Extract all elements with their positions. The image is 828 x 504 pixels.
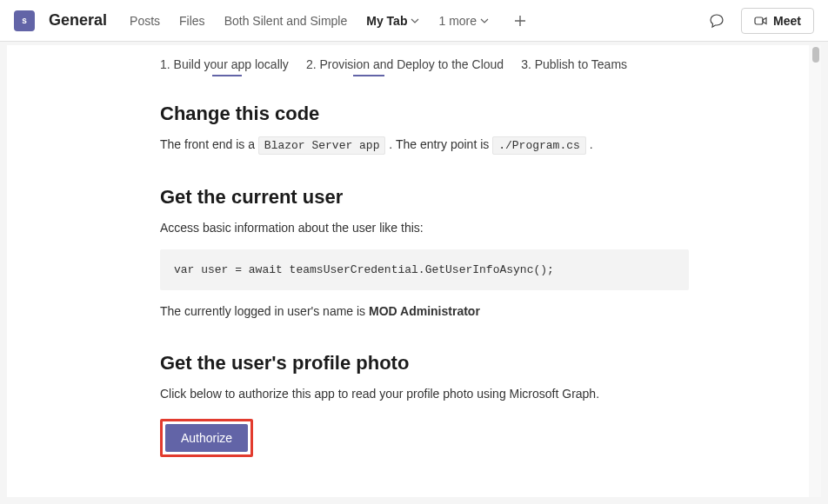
- chevron-down-icon: [480, 17, 489, 25]
- content-wrapper: 1. Build your app locally 2. Provision a…: [0, 42, 828, 504]
- tab-posts[interactable]: Posts: [121, 9, 169, 33]
- steps-row: 1. Build your app locally 2. Provision a…: [160, 45, 689, 71]
- highlight-box: Authorize: [160, 419, 253, 457]
- tab-my-tab-label: My Tab: [366, 14, 407, 28]
- scrollbar-track[interactable]: [809, 45, 821, 497]
- header-left: s General Posts Files Both Silent and Si…: [14, 7, 534, 35]
- scrollbar-thumb[interactable]: [812, 47, 819, 63]
- code-blazor: Blazor Server app: [258, 136, 386, 155]
- channel-title: General: [49, 11, 107, 30]
- tab-content-inner: 1. Build your app locally 2. Provision a…: [7, 45, 703, 492]
- para-access-user: Access basic information about the user …: [160, 219, 689, 237]
- video-icon: [754, 14, 768, 28]
- code-program-cs: ./Program.cs: [492, 136, 586, 155]
- chat-icon: [709, 13, 724, 29]
- logged-in-username: MOD Administrator: [369, 304, 480, 318]
- step-3: 3. Publish to Teams: [521, 57, 627, 71]
- svg-rect-0: [755, 17, 763, 24]
- meet-label: Meet: [773, 14, 801, 28]
- teams-header: s General Posts Files Both Silent and Si…: [0, 0, 828, 42]
- chat-icon-button[interactable]: [703, 7, 731, 35]
- tabs-list: Posts Files Both Silent and Simple My Ta…: [121, 7, 534, 35]
- heading-get-user: Get the current user: [160, 186, 689, 209]
- para-frontend: The front end is a Blazor Server app . T…: [160, 136, 689, 155]
- authorize-button[interactable]: Authorize: [165, 424, 248, 452]
- app-icon[interactable]: s: [14, 10, 35, 31]
- add-tab-button[interactable]: [506, 7, 534, 35]
- tab-content-area: 1. Build your app locally 2. Provision a…: [7, 45, 821, 497]
- tab-files[interactable]: Files: [170, 9, 214, 33]
- step-2: 2. Provision and Deploy to the Cloud: [306, 57, 504, 71]
- tab-more[interactable]: 1 more: [430, 9, 497, 33]
- para-authorize: Click below to authorize this app to rea…: [160, 385, 689, 403]
- para-logged-in: The currently logged in user's name is M…: [160, 302, 689, 321]
- heading-profile-photo: Get the user's profile photo: [160, 352, 689, 375]
- meet-button[interactable]: Meet: [741, 8, 814, 34]
- tab-more-label: 1 more: [438, 14, 477, 28]
- code-block-getuser: var user = await teamsUserCredential.Get…: [160, 249, 689, 290]
- header-right: Meet: [703, 7, 814, 35]
- tab-both-silent-simple[interactable]: Both Silent and Simple: [216, 9, 357, 33]
- step-1: 1. Build your app locally: [160, 57, 289, 71]
- heading-change-code: Change this code: [160, 103, 689, 125]
- chevron-down-icon: [411, 17, 419, 25]
- tab-my-tab[interactable]: My Tab: [357, 9, 428, 33]
